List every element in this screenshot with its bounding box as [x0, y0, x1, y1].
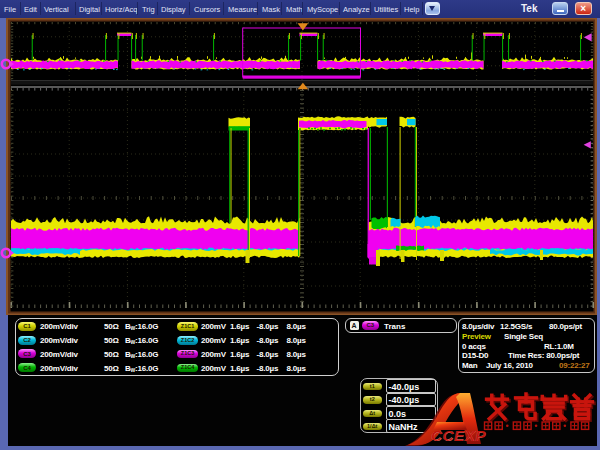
svg-text:CCEXP: CCEXP	[431, 427, 486, 444]
